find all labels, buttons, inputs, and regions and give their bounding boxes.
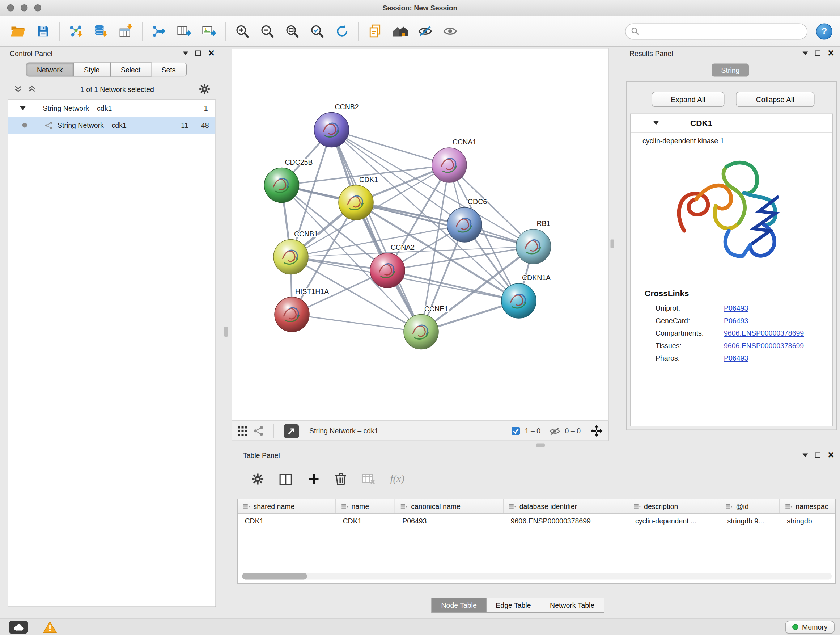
search-input[interactable]: [643, 27, 802, 35]
export-image-button[interactable]: [196, 19, 221, 43]
open-session-button[interactable]: [5, 19, 30, 43]
crosslink-value[interactable]: 9606.ENSP00000378699: [724, 342, 804, 350]
table-cell[interactable]: CDK1: [238, 517, 336, 525]
close-window-button[interactable]: [7, 4, 14, 11]
add-column-icon[interactable]: [307, 472, 320, 486]
network-canvas[interactable]: CCNB2CCNA1CDC25BCDK1CDC6RB1CCNB1CCNA2CDK…: [232, 48, 609, 421]
import-network-file-button[interactable]: [64, 19, 88, 43]
node-HIST1H1A[interactable]: HIST1H1A: [275, 287, 329, 332]
gear-icon[interactable]: [251, 472, 264, 486]
tab-style[interactable]: Style: [74, 63, 111, 77]
expand-all-chevron-icon[interactable]: [28, 86, 36, 93]
gear-icon[interactable]: [199, 83, 210, 95]
zoom-fit-button[interactable]: [279, 19, 305, 43]
crosslink-value[interactable]: P06493: [724, 304, 748, 312]
save-session-button[interactable]: [30, 19, 55, 43]
table-from-network-button[interactable]: [172, 19, 196, 43]
node-RB1[interactable]: RB1: [516, 219, 551, 264]
node-CDC6[interactable]: CDC6: [447, 198, 487, 242]
table-cell[interactable]: P06493: [395, 517, 504, 525]
network-from-selection-button[interactable]: [147, 19, 172, 43]
function-builder-button[interactable]: f(x): [390, 473, 405, 485]
tab-edge-table[interactable]: Edge Table: [486, 598, 541, 613]
share-network-icon[interactable]: [254, 426, 264, 436]
memory-button[interactable]: Memory: [785, 621, 835, 633]
warnings-button[interactable]: [42, 621, 57, 633]
float-panel-icon[interactable]: [183, 51, 188, 55]
table-cell[interactable]: cyclin-dependent ...: [628, 517, 721, 525]
section-collapse-caret[interactable]: [653, 121, 659, 125]
zoom-in-button[interactable]: [230, 19, 255, 43]
selected-checkbox-icon[interactable]: [511, 426, 521, 436]
collapse-all-button[interactable]: Collapse All: [736, 92, 815, 107]
minimize-window-button[interactable]: [21, 4, 28, 11]
maximize-panel-icon[interactable]: [815, 51, 820, 56]
show-all-button[interactable]: [437, 19, 462, 43]
trash-icon[interactable]: [334, 472, 347, 486]
maximize-panel-icon[interactable]: [815, 453, 820, 458]
column-header-description[interactable]: description: [628, 499, 721, 513]
cloud-button[interactable]: [9, 621, 28, 633]
tab-node-table[interactable]: Node Table: [431, 598, 486, 613]
float-panel-icon[interactable]: [802, 51, 808, 55]
table-cell[interactable]: CDK1: [336, 517, 395, 525]
crosslink-value[interactable]: P06493: [724, 354, 748, 363]
crosslink-value[interactable]: 9606.ENSP00000378699: [724, 329, 804, 337]
search-box[interactable]: [625, 23, 807, 40]
hidden-eye-slash-icon[interactable]: [549, 426, 561, 436]
tab-sets[interactable]: Sets: [151, 63, 187, 77]
table-row[interactable]: CDK1CDK1P064939606.ENSP00000378699cyclin…: [238, 514, 835, 529]
tab-network[interactable]: Network: [26, 63, 74, 77]
annotations-button[interactable]: [363, 19, 387, 43]
collapse-all-chevron-icon[interactable]: [14, 86, 22, 93]
hide-selected-button[interactable]: [412, 19, 437, 43]
scrollbar-thumb[interactable]: [242, 573, 307, 580]
string-tab[interactable]: String: [712, 64, 749, 77]
column-header-database-identifier[interactable]: database identifier: [504, 499, 628, 513]
table-cell[interactable]: stringdb:9...: [720, 517, 780, 525]
column-header-canonical-name[interactable]: canonical name: [395, 499, 504, 513]
delete-table-icon[interactable]: [362, 472, 376, 486]
columns-icon[interactable]: [279, 472, 294, 486]
import-table-file-button[interactable]: [114, 19, 139, 43]
float-panel-icon[interactable]: [802, 453, 808, 457]
tab-select[interactable]: Select: [111, 63, 151, 77]
edge-CCNA2-CDKN1A[interactable]: [387, 271, 519, 301]
table-cell[interactable]: 9606.ENSP00000378699: [504, 517, 628, 525]
zoom-selected-button[interactable]: [305, 19, 330, 43]
network-row[interactable]: String Network – cdk1 11 48: [8, 117, 216, 134]
maximize-window-button[interactable]: [34, 4, 42, 11]
import-network-database-button[interactable]: [88, 19, 114, 43]
horizontal-scrollbar[interactable]: [242, 573, 832, 580]
pan-crosshair-icon[interactable]: [591, 424, 603, 437]
help-button[interactable]: ?: [816, 23, 832, 40]
tab-network-table[interactable]: Network Table: [541, 598, 605, 613]
node-CCNA1[interactable]: CCNA1: [432, 138, 477, 182]
node-CCNB1[interactable]: CCNB1: [273, 230, 318, 274]
home-views-button[interactable]: [387, 19, 412, 43]
column-header-shared-name[interactable]: shared name: [238, 499, 336, 513]
grid-view-icon[interactable]: [238, 426, 248, 436]
collection-expand-caret[interactable]: [20, 106, 26, 111]
column-header-namespac[interactable]: namespac: [780, 499, 835, 513]
bottom-splitter-handle[interactable]: [536, 444, 545, 447]
column-header--id[interactable]: @id: [720, 499, 780, 513]
edge-CCNE1-HIST1H1A[interactable]: [292, 315, 421, 332]
edge-CCNB2-CCNA1[interactable]: [332, 130, 450, 165]
close-panel-icon[interactable]: ✕: [208, 49, 215, 57]
right-splitter-handle[interactable]: [611, 240, 615, 249]
refresh-button[interactable]: [330, 19, 355, 43]
node-CDC25B[interactable]: CDC25B: [264, 158, 313, 203]
close-panel-icon[interactable]: ✕: [827, 49, 835, 57]
maximize-panel-icon[interactable]: [195, 51, 201, 56]
crosslink-value[interactable]: P06493: [724, 317, 748, 325]
close-panel-icon[interactable]: ✕: [827, 451, 835, 459]
edge-CCNB2-CCNE1[interactable]: [332, 130, 422, 332]
table-cell[interactable]: stringdb: [780, 517, 835, 525]
zoom-out-button[interactable]: [255, 19, 279, 43]
expand-all-button[interactable]: Expand All: [652, 92, 725, 107]
left-splitter-handle[interactable]: [224, 327, 228, 337]
node-CCNB2[interactable]: CCNB2: [314, 103, 359, 147]
network-collection-row[interactable]: String Network – cdk1 1: [8, 100, 216, 117]
open-view-button[interactable]: [284, 424, 299, 438]
